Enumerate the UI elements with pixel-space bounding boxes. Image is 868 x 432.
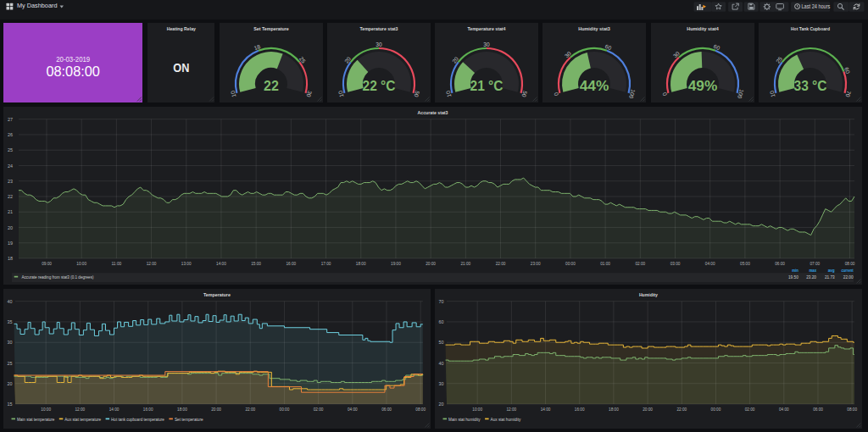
svg-text:19.50: 19.50: [788, 274, 798, 280]
svg-text:22: 22: [264, 78, 279, 93]
svg-text:ON: ON: [173, 61, 189, 75]
svg-text:20:00: 20:00: [426, 261, 436, 266]
svg-text:12:00: 12:00: [147, 261, 157, 266]
svg-text:20: 20: [439, 402, 444, 407]
svg-text:44%: 44%: [580, 78, 609, 93]
svg-text:03:00: 03:00: [670, 261, 681, 266]
svg-text:17:00: 17:00: [321, 261, 331, 266]
svg-text:19: 19: [8, 241, 13, 246]
svg-text:40: 40: [439, 361, 444, 366]
svg-text:Main stat temperature: Main stat temperature: [17, 417, 55, 422]
svg-text:Temperature stat4: Temperature stat4: [468, 25, 506, 31]
svg-text:20: 20: [8, 381, 13, 386]
svg-text:23.20: 23.20: [806, 274, 816, 280]
svg-text:20:00: 20:00: [211, 407, 221, 412]
svg-text:05:00: 05:00: [740, 261, 750, 266]
svg-text:18:00: 18:00: [356, 261, 366, 266]
svg-text:02:00: 02:00: [745, 407, 755, 412]
svg-text:23:00: 23:00: [531, 261, 541, 266]
svg-text:Aux stat humidity: Aux stat humidity: [491, 417, 521, 422]
svg-text:10:00: 10:00: [41, 407, 51, 412]
svg-text:40: 40: [8, 299, 13, 304]
svg-text:Last 24 hours: Last 24 hours: [802, 3, 831, 9]
svg-text:04:00: 04:00: [348, 407, 358, 412]
svg-text:60: 60: [439, 319, 444, 324]
svg-text:22.00: 22.00: [843, 274, 854, 280]
svg-text:Set temperature: Set temperature: [175, 417, 203, 422]
svg-text:12:00: 12:00: [507, 407, 517, 412]
svg-text:24: 24: [8, 163, 13, 169]
svg-text:11:00: 11:00: [112, 261, 122, 266]
svg-text:22:00: 22:00: [496, 261, 506, 266]
svg-text:70: 70: [439, 299, 444, 304]
svg-text:22 °C: 22 °C: [362, 78, 395, 93]
svg-text:21 °C: 21 °C: [470, 78, 504, 93]
svg-text:30: 30: [376, 42, 382, 47]
svg-text:15:00: 15:00: [251, 261, 261, 266]
svg-text:18: 18: [8, 256, 13, 261]
svg-text:Heating Relay: Heating Relay: [166, 25, 196, 31]
svg-text:02:00: 02:00: [635, 261, 645, 266]
svg-text:18:00: 18:00: [609, 407, 619, 412]
svg-text:Accurate reading from stat3 (0: Accurate reading from stat3 (0.1 degrees…: [22, 274, 94, 280]
svg-text:07:00: 07:00: [810, 261, 820, 266]
svg-text:02:00: 02:00: [314, 407, 324, 412]
svg-text:22:00: 22:00: [245, 407, 255, 412]
svg-text:20: 20: [8, 225, 13, 230]
svg-text:00:00: 00:00: [565, 261, 576, 266]
svg-text:35: 35: [8, 319, 13, 324]
svg-text:Accurate stat3: Accurate stat3: [418, 109, 448, 115]
svg-text:49%: 49%: [687, 78, 717, 93]
svg-text:30: 30: [8, 340, 13, 345]
svg-text:Main stat humidity: Main stat humidity: [448, 417, 481, 422]
svg-text:Temperature: Temperature: [203, 291, 231, 297]
svg-text:50: 50: [439, 340, 444, 345]
svg-text:00:00: 00:00: [711, 407, 721, 412]
svg-text:22:00: 22:00: [677, 407, 687, 412]
svg-text:19:00: 19:00: [391, 261, 401, 266]
svg-text:21:00: 21:00: [460, 261, 470, 266]
svg-text:26: 26: [8, 132, 13, 137]
svg-text:04:00: 04:00: [705, 261, 715, 266]
svg-text:16:00: 16:00: [575, 407, 585, 412]
svg-text:Aux stat temperature: Aux stat temperature: [64, 417, 101, 422]
svg-text:22: 22: [8, 194, 13, 199]
svg-text:00:00: 00:00: [280, 407, 290, 412]
svg-text:06:00: 06:00: [775, 261, 785, 266]
svg-text:21: 21: [8, 209, 13, 214]
svg-text:max: max: [810, 268, 817, 273]
svg-text:25: 25: [8, 147, 13, 152]
svg-text:Humidity stat3: Humidity stat3: [579, 25, 611, 31]
svg-text:14:00: 14:00: [109, 407, 120, 412]
svg-text:21.73: 21.73: [825, 274, 835, 280]
svg-text:08:08:00: 08:08:00: [46, 64, 100, 80]
svg-text:23: 23: [8, 179, 13, 184]
svg-text:01:00: 01:00: [600, 261, 610, 266]
svg-text:Set Temperature: Set Temperature: [253, 25, 289, 31]
svg-text:14:00: 14:00: [541, 407, 551, 412]
svg-text:06:00: 06:00: [813, 407, 823, 412]
svg-text:09:00: 09:00: [42, 261, 52, 266]
svg-text:Hot tank cupboard temperature: Hot tank cupboard temperature: [111, 417, 164, 422]
svg-text:08:00: 08:00: [845, 261, 855, 266]
svg-text:04:00: 04:00: [779, 407, 789, 412]
svg-text:13:00: 13:00: [181, 261, 192, 266]
svg-text:0: 0: [661, 91, 668, 97]
svg-text:My Dashboard: My Dashboard: [17, 2, 58, 9]
svg-text:Hot Tank Cupboard: Hot Tank Cupboard: [791, 25, 830, 31]
svg-text:08:00: 08:00: [847, 407, 857, 412]
svg-text:30: 30: [483, 42, 490, 47]
svg-text:min: min: [792, 268, 798, 273]
svg-text:20-03-2019: 20-03-2019: [56, 55, 90, 64]
svg-text:Humidity: Humidity: [639, 291, 658, 297]
svg-text:12:00: 12:00: [75, 407, 85, 412]
svg-text:Humidity stat4: Humidity stat4: [687, 25, 719, 31]
svg-text:0: 0: [554, 91, 560, 97]
svg-text:25: 25: [8, 361, 13, 366]
svg-text:16:00: 16:00: [286, 261, 296, 266]
svg-text:30: 30: [439, 381, 444, 386]
svg-text:06:00: 06:00: [381, 407, 392, 412]
svg-text:Temperature stat3: Temperature stat3: [359, 25, 398, 31]
svg-text:33 °C: 33 °C: [794, 78, 827, 93]
svg-text:14:00: 14:00: [216, 261, 226, 266]
